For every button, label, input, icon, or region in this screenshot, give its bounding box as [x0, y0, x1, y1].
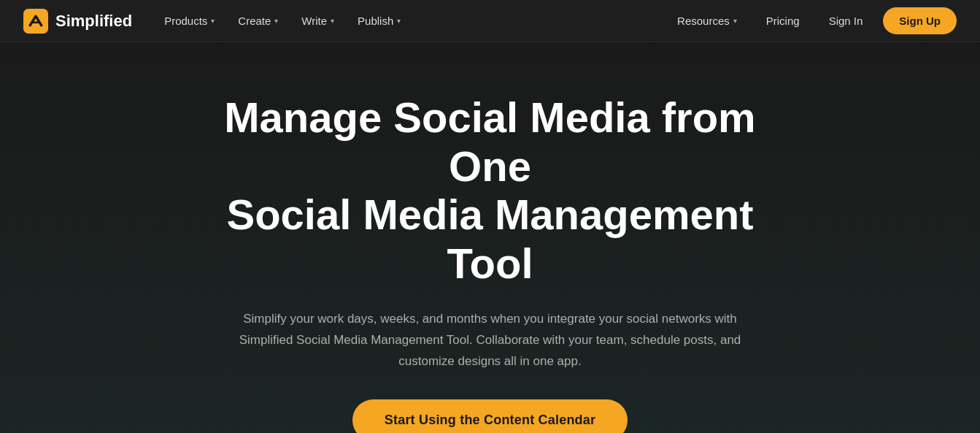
logo-link[interactable]: Simplified	[23, 9, 132, 34]
nav-products[interactable]: Products ▾	[155, 9, 223, 33]
nav-right: Resources ▾ Pricing Sign In Sign Up	[668, 7, 957, 34]
chevron-down-icon: ▾	[397, 17, 401, 25]
chevron-down-icon: ▾	[274, 17, 278, 25]
sign-in-button[interactable]: Sign In	[820, 9, 872, 33]
nav-create[interactable]: Create ▾	[229, 9, 287, 33]
chevron-down-icon: ▾	[211, 17, 215, 25]
svg-rect-0	[23, 9, 48, 34]
nav-write[interactable]: Write ▾	[293, 9, 343, 33]
hero-subtitle: Simplify your work days, weeks, and mont…	[235, 309, 746, 372]
cta-button[interactable]: Start Using the Content Calendar	[352, 399, 628, 433]
nav-pricing[interactable]: Pricing	[757, 9, 809, 33]
nav-links-left: Products ▾ Create ▾ Write ▾ Publish ▾	[155, 9, 409, 33]
chevron-down-icon: ▾	[331, 17, 334, 25]
brand-name: Simplified	[55, 12, 132, 31]
navbar: Simplified Products ▾ Create ▾ Write ▾ P…	[0, 0, 980, 42]
chevron-down-icon: ▾	[733, 17, 737, 25]
hero-section: Manage Social Media from One Social Medi…	[0, 42, 980, 433]
hero-title: Manage Social Media from One Social Medi…	[206, 93, 775, 288]
logo-icon	[23, 9, 48, 34]
nav-resources[interactable]: Resources ▾	[668, 9, 746, 33]
nav-left: Simplified Products ▾ Create ▾ Write ▾ P…	[23, 9, 409, 34]
sign-up-button[interactable]: Sign Up	[883, 7, 957, 34]
nav-publish[interactable]: Publish ▾	[349, 9, 409, 33]
